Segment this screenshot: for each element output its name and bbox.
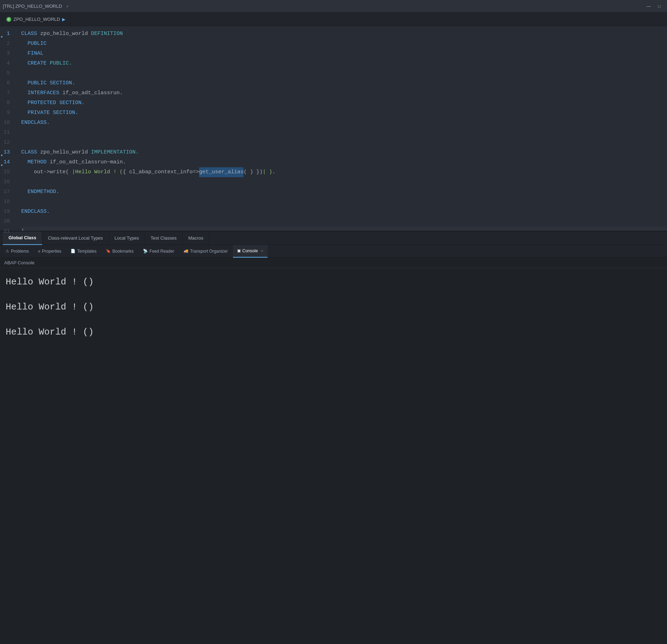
tool-tab-transport-organizer[interactable]: 🚚Transport Organizer (179, 245, 232, 258)
code-content[interactable]: CLASS zpo_hello_world DEFINITION PUBLIC … (18, 26, 667, 231)
tool-tab-console[interactable]: ▣Console× (233, 245, 268, 258)
code-line: INTERFACES if_oo_adt_classrun. (21, 88, 667, 98)
code-line: ENDMETHOD. (21, 187, 667, 197)
code-line: CREATE PUBLIC. (21, 59, 667, 68)
templates-icon: 📄 (71, 249, 76, 253)
code-line: PRIVATE SECTION. (21, 108, 667, 118)
code-line (21, 128, 667, 138)
tool-tab-close-icon[interactable]: × (261, 249, 263, 253)
tool-tab-properties[interactable]: ≡Properties (34, 245, 66, 258)
code-line (21, 177, 667, 187)
title-text: [TRL] ZPO_HELLO_WORLD (3, 4, 62, 9)
code-line (21, 217, 667, 227)
code-tab[interactable]: Local Types (109, 231, 145, 245)
title-bar: [TRL] ZPO_HELLO_WORLD × — □ (0, 0, 667, 13)
code-line (21, 197, 667, 207)
tool-tab-label: Templates (77, 249, 97, 254)
problems-icon: ⚠ (6, 249, 9, 253)
properties-icon: ≡ (38, 249, 40, 253)
console-title: ABAP Console (4, 260, 35, 265)
line-numbers: ●123456789101112●13●1415161718192021 (0, 26, 18, 231)
transport-organizer-icon: 🚚 (184, 249, 188, 253)
console-icon: ▣ (237, 248, 241, 253)
maximize-button[interactable]: □ (654, 1, 664, 11)
tool-tab-label: Properties (42, 249, 61, 254)
tool-tab-label: Console (242, 248, 258, 253)
code-tab[interactable]: Macros (182, 231, 209, 245)
feed-reader-icon: 📡 (143, 249, 148, 253)
code-line: out->write( |Hello World ! ({ cl_abap_co… (21, 167, 667, 177)
tool-tab-label: Problems (11, 249, 29, 254)
code-line: | (21, 227, 667, 231)
console-area: ABAP Console (0, 258, 667, 268)
file-tab-name: ZPO_HELLO_WORLD (13, 17, 60, 22)
title-close-icon[interactable]: × (66, 4, 68, 8)
code-line: PUBLIC (21, 39, 667, 49)
console-output-line: Hello World ! () (6, 324, 661, 341)
editor-area: ●123456789101112●13●1415161718192021 CLA… (0, 26, 667, 231)
title-bar-title: [TRL] ZPO_HELLO_WORLD × (3, 4, 68, 9)
console-output: Hello World ! ()Hello World ! ()Hello Wo… (0, 268, 667, 354)
code-line: ENDCLASS. (21, 207, 667, 217)
tool-tab-templates[interactable]: 📄Templates (66, 245, 101, 258)
tool-tabs: ⚠Problems≡Properties📄Templates🔖Bookmarks… (0, 245, 667, 258)
class-icon: C (6, 17, 11, 22)
tool-tab-label: Feed Reader (150, 249, 174, 254)
minimize-button[interactable]: — (644, 1, 654, 11)
tool-tab-label: Transport Organizer (190, 249, 228, 254)
code-tab[interactable]: Test Classes (145, 231, 183, 245)
code-tabs: Global ClassClass-relevant Local TypesLo… (0, 231, 667, 245)
code-line: PUBLIC SECTION. (21, 78, 667, 88)
console-output-line: Hello World ! () (6, 299, 661, 315)
code-line (21, 68, 667, 78)
bottom-tabs-container: Global ClassClass-relevant Local TypesLo… (0, 231, 667, 354)
console-output-line: Hello World ! () (6, 274, 661, 290)
file-tab-bar: C ZPO_HELLO_WORLD ▶ (0, 13, 667, 26)
code-line: FINAL (21, 49, 667, 59)
window-controls: — □ (644, 1, 664, 11)
nav-arrow-icon[interactable]: ▶ (62, 17, 65, 22)
tool-tab-feed-reader[interactable]: 📡Feed Reader (139, 245, 179, 258)
code-tab[interactable]: Class-relevant Local Types (42, 231, 109, 245)
code-line: METHOD if_oo_adt_classrun~main. (21, 157, 667, 167)
tool-tab-label: Bookmarks (113, 249, 134, 254)
tool-tab-bookmarks[interactable]: 🔖Bookmarks (102, 245, 138, 258)
code-line (21, 138, 667, 148)
code-line: CLASS zpo_hello_world DEFINITION (21, 29, 667, 39)
bookmarks-icon: 🔖 (106, 249, 111, 253)
file-tab[interactable]: C ZPO_HELLO_WORLD ▶ (1, 13, 71, 26)
code-line: ENDCLASS. (21, 118, 667, 128)
tool-tab-problems[interactable]: ⚠Problems (1, 245, 33, 258)
code-line: PROTECTED SECTION. (21, 98, 667, 108)
code-line: CLASS zpo_hello_world IMPLEMENTATION. (21, 148, 667, 157)
